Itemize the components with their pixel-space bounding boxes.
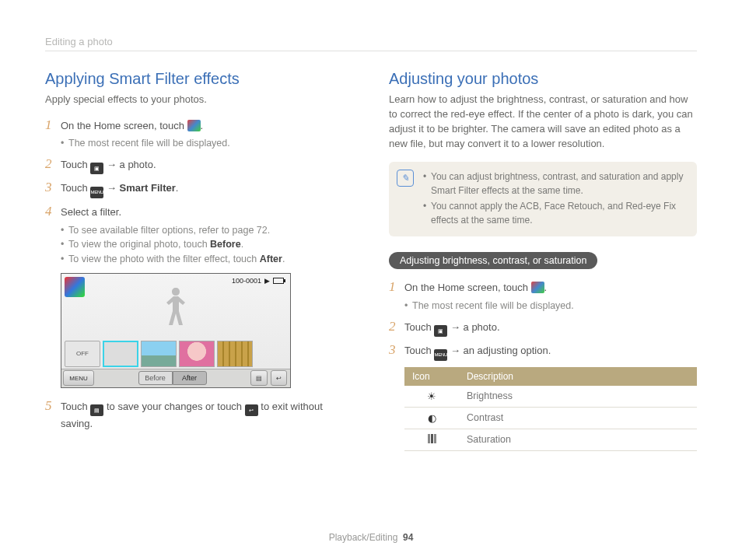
album-icon [187, 120, 201, 131]
r-step1-sub: The most recent file will be displayed. [404, 299, 697, 313]
ss-counter: 100-0001 [232, 277, 261, 285]
step1-text-b: . [201, 120, 204, 131]
page-footer: Playback/Editing 94 [0, 532, 742, 543]
ss-mode-icon [65, 277, 85, 297]
step4-text: Select a filter. [61, 206, 121, 218]
step3-bold: Smart Filter [120, 182, 176, 194]
step-number: 1 [45, 118, 61, 151]
ss-menu-button[interactable]: MENU [63, 370, 94, 386]
save-icon-button[interactable]: ▤ [250, 370, 268, 386]
filter-thumb-2[interactable] [141, 341, 177, 367]
note-box: ✎ You can adjust brightness, contrast, a… [389, 162, 697, 236]
step-number: 3 [45, 180, 61, 198]
step3-text-a: Touch [61, 182, 90, 194]
contrast-icon: ◐ [404, 407, 459, 429]
step3-text-b: → [103, 182, 119, 194]
r-step1-a: On the Home screen, touch [404, 282, 531, 293]
step4-sub2: To view the original photo, touch Before… [61, 237, 353, 252]
step1-sub: The most recent file will be displayed. [61, 136, 353, 151]
battery-icon [273, 278, 284, 284]
step-number: 2 [389, 320, 404, 337]
step4-sub1: To see available filter options, refer t… [61, 223, 353, 238]
r-step3-b: → an adjusting option. [447, 345, 551, 356]
footer-section: Playback/Editing [329, 532, 398, 543]
step1-text-a: On the Home screen, touch [61, 120, 187, 131]
menu-icon: MENU [434, 349, 447, 361]
brightness-icon: ☀ [404, 386, 459, 408]
step-number: 5 [45, 399, 61, 432]
note-line-2: You cannot apply the ACB, Face Retouch, … [423, 199, 688, 227]
r-step1-b: . [544, 282, 548, 293]
intro-left: Apply special effects to your photos. [45, 93, 353, 107]
silhouette-figure [160, 288, 191, 342]
photo-select-icon: ▣ [90, 163, 103, 174]
page-number: 94 [403, 532, 413, 543]
ss-play-icon: ▶ [264, 277, 270, 285]
filter-thumb-1[interactable] [103, 341, 138, 367]
left-column: Applying Smart Filter effects Apply spec… [45, 70, 353, 451]
note-line-1: You can adjust brightness, contrast, and… [423, 170, 688, 198]
th-desc: Description [459, 367, 697, 386]
note-icon: ✎ [397, 170, 414, 187]
step5-a: Touch [61, 401, 90, 412]
r-step2-a: Touch [404, 321, 434, 333]
step2-text-b: → a photo. [103, 159, 156, 170]
menu-icon: MENU [90, 187, 103, 198]
filter-thumb-3[interactable] [179, 341, 215, 367]
breadcrumb: Editing a photo [45, 36, 697, 51]
save-icon: ▤ [90, 404, 103, 416]
photo-select-icon: ▣ [434, 325, 447, 337]
adjust-options-table: Icon Description ☀ Brightness ◐ Contrast… [404, 367, 697, 451]
exit-icon-button[interactable]: ↩ [271, 370, 287, 386]
camera-screenshot: 100-0001 ▶ OFF MENU Before After [61, 273, 291, 388]
heading-adjusting: Adjusting your photos [389, 70, 697, 88]
exit-icon: ↩ [245, 404, 258, 416]
row-brightness: Brightness [459, 386, 697, 408]
saturation-icon [404, 429, 459, 450]
step2-text-a: Touch [61, 159, 90, 170]
step-number: 3 [389, 343, 404, 361]
step5-b: to save your changes or touch [103, 401, 244, 412]
step4-sub3: To view the photo with the filter effect… [61, 252, 353, 267]
filter-off-button[interactable]: OFF [65, 341, 100, 367]
th-icon: Icon [404, 367, 459, 386]
r-step3-a: Touch [404, 345, 434, 356]
step-number: 2 [45, 157, 61, 174]
album-icon [531, 282, 544, 293]
heading-smart-filter: Applying Smart Filter effects [45, 70, 353, 88]
step-number: 4 [45, 205, 61, 267]
intro-right: Learn how to adjust the brightness, cont… [389, 93, 697, 151]
right-column: Adjusting your photos Learn how to adjus… [389, 70, 697, 451]
row-saturation: Saturation [459, 429, 697, 450]
r-step2-b: → a photo. [447, 321, 499, 333]
row-contrast: Contrast [459, 407, 697, 429]
step3-text-c: . [176, 182, 179, 194]
before-button[interactable]: Before [138, 371, 173, 385]
step-number: 1 [389, 280, 404, 313]
filter-thumb-4[interactable] [217, 341, 253, 367]
after-button[interactable]: After [173, 371, 207, 385]
subsection-pill: Adjusting brightness, contrast, or satur… [389, 252, 597, 269]
